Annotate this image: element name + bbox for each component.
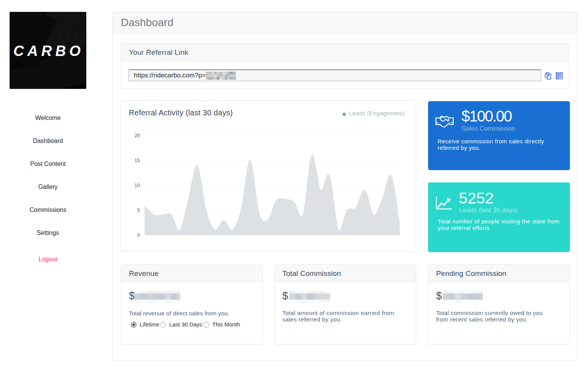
svg-text:0: 0: [137, 232, 140, 238]
svg-text:10: 10: [135, 182, 140, 188]
svg-text:5: 5: [137, 207, 140, 213]
svg-text:15: 15: [135, 157, 140, 163]
svg-text:20: 20: [135, 133, 140, 138]
